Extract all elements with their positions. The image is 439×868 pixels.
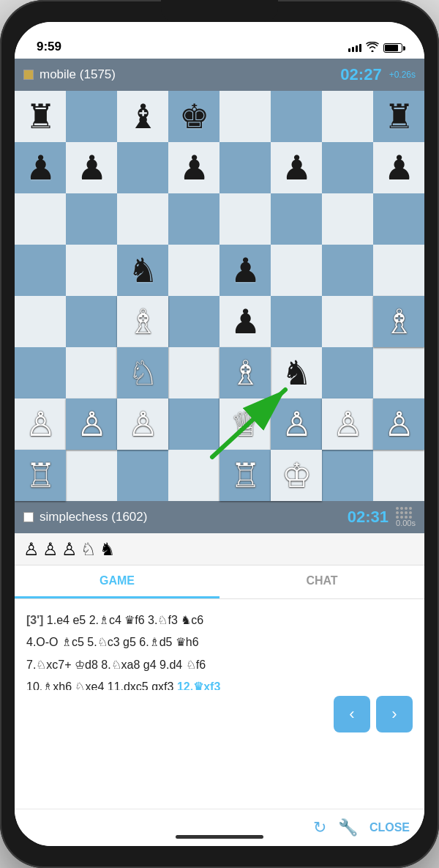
board-cell[interactable]: ♙: [15, 398, 66, 450]
board-cell[interactable]: [66, 296, 117, 347]
board-cell[interactable]: ♙: [117, 398, 168, 450]
board-cell[interactable]: ♘: [117, 347, 168, 398]
moves-highlight: 12.♛xf3: [177, 680, 220, 690]
top-player-score: +0.26s: [389, 70, 416, 80]
board-cell[interactable]: [220, 91, 271, 142]
board-cell[interactable]: [168, 450, 220, 501]
board-cell[interactable]: ♟: [373, 142, 424, 193]
top-player-score-area: +0.26s: [389, 70, 416, 80]
bottom-player-timer: 02:31: [348, 508, 389, 527]
moves-line2: 4.O-O ♗c5 5.♘c3 g5 6.♗d5 ♛h6: [26, 636, 199, 648]
board-cell[interactable]: [66, 245, 117, 296]
board-cell[interactable]: [117, 450, 168, 501]
board-cell[interactable]: [220, 142, 271, 193]
next-button[interactable]: ›: [376, 696, 413, 732]
board-cell[interactable]: ♞: [271, 347, 322, 398]
board-cell[interactable]: [373, 450, 424, 501]
top-player-name: mobile (1575): [40, 67, 116, 82]
phone-frame: 9:59: [0, 0, 439, 868]
captured-piece: ♞: [100, 539, 116, 560]
moves-line3: 7.♘xc7+ ♔d8 8.♘xa8 g4 9.d4 ♘f6: [26, 659, 206, 671]
board-cell[interactable]: ♟: [220, 296, 271, 347]
board-cell[interactable]: [271, 91, 322, 142]
board-cell[interactable]: [373, 193, 424, 245]
board-cell[interactable]: [220, 193, 271, 245]
settings-icon[interactable]: 🔧: [338, 818, 358, 837]
board-cell[interactable]: ♟: [168, 142, 220, 193]
top-player-name-area: mobile (1575): [23, 67, 116, 82]
board-cell[interactable]: [117, 142, 168, 193]
board-cell[interactable]: ♙: [66, 398, 117, 450]
wifi-icon: [366, 42, 379, 54]
bottom-player-score: 0.00s: [396, 519, 416, 527]
board-cell[interactable]: [66, 91, 117, 142]
chess-board[interactable]: ♜♝♚♜♟♟♟♟♟♞♟♗♟♗♘♗♞♙♙♙♕♙♙♙♖♖♔: [15, 91, 424, 501]
close-button[interactable]: CLOSE: [369, 821, 410, 834]
board-cell[interactable]: ♟: [271, 142, 322, 193]
board-cell[interactable]: [322, 450, 373, 501]
board-container[interactable]: ♜♝♚♜♟♟♟♟♟♞♟♗♟♗♘♗♞♙♙♙♕♙♙♙♖♖♔: [15, 91, 424, 501]
status-icons: [348, 42, 402, 54]
board-cell[interactable]: ♙: [373, 398, 424, 450]
board-cell[interactable]: ♖: [15, 450, 66, 501]
board-cell[interactable]: [322, 296, 373, 347]
board-cell[interactable]: ♗: [220, 347, 271, 398]
board-cell[interactable]: ♕: [220, 398, 271, 450]
board-cell[interactable]: [117, 193, 168, 245]
board-cell[interactable]: ♝: [117, 91, 168, 142]
board-cell[interactable]: [168, 193, 220, 245]
prev-button[interactable]: ‹: [334, 696, 370, 732]
board-cell[interactable]: ♚: [168, 91, 220, 142]
board-cell[interactable]: ♗: [373, 296, 424, 347]
board-cell[interactable]: [168, 245, 220, 296]
board-cell[interactable]: [322, 91, 373, 142]
board-cell[interactable]: ♔: [271, 450, 322, 501]
bottom-actions: ↻ 🔧 CLOSE: [15, 809, 424, 846]
board-cell[interactable]: ♙: [322, 398, 373, 450]
board-cell[interactable]: [15, 193, 66, 245]
captured-pieces-bar: ♙ ♙ ♙ ♘ ♞: [15, 533, 424, 565]
board-cell[interactable]: ♜: [15, 91, 66, 142]
board-cell[interactable]: [322, 245, 373, 296]
top-player-timer: 02:27: [340, 65, 381, 84]
moves-line4: 10.♗xh6 ♘xe4 11.dxc5 gxf3: [26, 680, 173, 690]
board-cell[interactable]: [168, 347, 220, 398]
captured-piece: ♘: [80, 539, 97, 560]
board-cell[interactable]: [15, 245, 66, 296]
board-cell[interactable]: [322, 142, 373, 193]
top-player-right: 02:27 +0.26s: [340, 65, 416, 84]
board-cell[interactable]: [271, 245, 322, 296]
board-cell[interactable]: ♟: [66, 142, 117, 193]
board-cell[interactable]: ♗: [117, 296, 168, 347]
phone-notch: [161, 0, 278, 22]
signal-icon: [348, 44, 361, 52]
phone-screen: 9:59: [15, 22, 424, 846]
board-cell[interactable]: ♟: [15, 142, 66, 193]
board-cell[interactable]: [66, 347, 117, 398]
board-cell[interactable]: ♟: [220, 245, 271, 296]
board-cell[interactable]: [15, 296, 66, 347]
board-cell[interactable]: [15, 347, 66, 398]
battery-icon: [383, 43, 402, 53]
tab-chat[interactable]: CHAT: [220, 565, 424, 598]
bottom-timer-grid: 0.00s: [396, 507, 416, 527]
board-cell[interactable]: [322, 347, 373, 398]
board-cell[interactable]: ♜: [373, 91, 424, 142]
board-cell[interactable]: [373, 245, 424, 296]
board-cell[interactable]: [66, 193, 117, 245]
board-cell[interactable]: [168, 296, 220, 347]
board-cell[interactable]: ♙: [271, 398, 322, 450]
board-cell[interactable]: [66, 450, 117, 501]
refresh-icon[interactable]: ↻: [313, 818, 326, 837]
board-cell[interactable]: ♞: [117, 245, 168, 296]
board-cell[interactable]: ♖: [220, 450, 271, 501]
board-cell[interactable]: [271, 296, 322, 347]
tab-game[interactable]: GAME: [15, 565, 220, 598]
bottom-player-name: simplechess (1602): [40, 510, 147, 524]
board-cell[interactable]: [373, 347, 424, 398]
board-cell[interactable]: [322, 193, 373, 245]
board-cell[interactable]: [271, 193, 322, 245]
moves-area: [3'] 1.e4 e5 2.♗c4 ♛f6 3.♘f3 ♞c6 4.O-O ♗…: [15, 599, 424, 690]
board-cell[interactable]: [168, 398, 220, 450]
spacer: [15, 738, 424, 809]
